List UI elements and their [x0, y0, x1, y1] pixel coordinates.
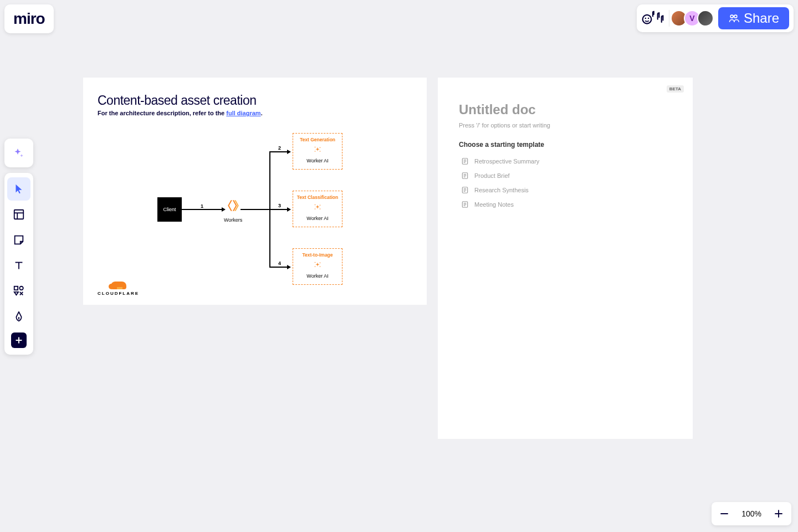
edge-label-3: 3	[278, 203, 281, 208]
box-text-to-image[interactable]: Text-to-Image Worker AI	[293, 248, 342, 285]
workers-icon	[226, 198, 241, 213]
cloudflare-logo: CLOUDFLARE	[98, 282, 139, 296]
left-toolbar	[4, 173, 33, 355]
tool-select[interactable]	[7, 177, 30, 201]
separator	[669, 10, 669, 27]
doc-icon	[461, 157, 469, 165]
tool-ai[interactable]	[4, 139, 33, 167]
doc-panel[interactable]: BETA Untitled doc Press '/' for options …	[438, 78, 693, 439]
template-brief[interactable]: Product Brief	[459, 168, 672, 183]
topbar-right: V Share	[637, 4, 794, 32]
svg-point-24	[315, 266, 316, 267]
tool-more[interactable]	[11, 332, 27, 348]
template-research[interactable]: Research Synthesis	[459, 183, 672, 197]
edge-label-2: 2	[278, 145, 281, 151]
tool-templates[interactable]	[7, 203, 30, 226]
zoom-in-button[interactable]	[774, 509, 784, 519]
doc-hint: Press '/' for options or start writing	[459, 122, 672, 129]
svg-point-3	[730, 15, 733, 18]
box-text-generation[interactable]: Text Generation Worker AI	[293, 133, 342, 170]
share-button[interactable]: Share	[718, 7, 789, 29]
tool-pen[interactable]	[7, 305, 30, 328]
zoom-level[interactable]: 100%	[741, 509, 761, 518]
doc-icon	[461, 201, 469, 208]
doc-title[interactable]: Untitled doc	[459, 102, 672, 117]
svg-point-17	[315, 204, 316, 206]
svg-point-14	[320, 151, 321, 152]
edge-trunk	[241, 209, 269, 210]
beta-badge: BETA	[667, 85, 684, 93]
reactions-icon[interactable]	[641, 8, 664, 28]
sparkle-icon	[312, 260, 323, 270]
edge-label-1: 1	[201, 203, 203, 209]
node-workers[interactable]: Workers	[224, 198, 242, 223]
collaborator-avatars[interactable]: V	[674, 10, 714, 27]
svg-point-20	[315, 208, 316, 209]
app-logo[interactable]: miro	[4, 4, 54, 33]
doc-icon	[461, 172, 469, 180]
diagram: Client 1 Workers 2 3 4	[83, 78, 427, 305]
svg-point-22	[320, 266, 321, 267]
svg-point-16	[315, 151, 316, 152]
svg-point-0	[643, 15, 652, 24]
zoom-out-button[interactable]	[719, 509, 729, 519]
cloud-icon	[111, 282, 126, 289]
svg-point-21	[315, 262, 316, 263]
svg-rect-5	[14, 210, 24, 219]
template-list: Retrospective Summary Product Brief Rese…	[459, 154, 672, 212]
sparkle-icon	[312, 202, 323, 212]
box-text-classification[interactable]: Text Classification Worker AI	[293, 191, 342, 227]
edge-1	[182, 209, 222, 210]
doc-icon	[461, 186, 469, 194]
svg-point-4	[734, 15, 737, 18]
share-label: Share	[744, 11, 779, 26]
svg-point-13	[315, 147, 316, 148]
svg-point-15	[320, 147, 321, 149]
svg-point-2	[648, 18, 649, 19]
svg-point-18	[320, 208, 321, 209]
node-client[interactable]: Client	[157, 197, 182, 222]
template-retro[interactable]: Retrospective Summary	[459, 154, 672, 168]
zoom-controls: 100%	[712, 502, 791, 525]
edge-label-4: 4	[278, 260, 281, 266]
doc-choose-label: Choose a starting template	[459, 141, 672, 149]
svg-point-1	[645, 18, 646, 19]
svg-point-19	[320, 205, 321, 206]
tool-shapes[interactable]	[7, 279, 30, 303]
avatar-3[interactable]	[697, 10, 714, 27]
tool-sticky[interactable]	[7, 228, 30, 252]
svg-rect-10	[14, 287, 18, 290]
tool-text[interactable]	[7, 254, 30, 277]
svg-point-11	[19, 287, 23, 290]
workers-label: Workers	[224, 217, 242, 223]
svg-point-23	[320, 263, 321, 264]
share-people-icon	[728, 13, 739, 24]
sparkle-icon	[312, 145, 323, 155]
template-meeting[interactable]: Meeting Notes	[459, 197, 672, 212]
diagram-frame[interactable]: Content-based asset creation For the arc…	[83, 78, 427, 305]
